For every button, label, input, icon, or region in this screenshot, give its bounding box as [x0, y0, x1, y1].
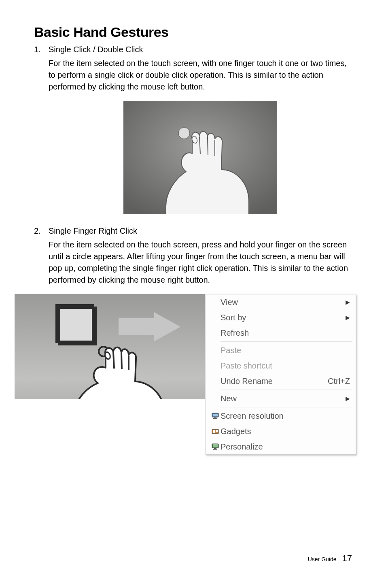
svg-rect-20	[213, 449, 217, 450]
svg-point-2	[178, 128, 190, 139]
svg-rect-4	[59, 308, 95, 344]
page-footer: User Guide 17	[308, 553, 352, 564]
item-title: Single Finger Right Click	[49, 226, 352, 236]
menu-separator	[221, 390, 352, 390]
svg-rect-19	[214, 448, 216, 449]
context-menu-item[interactable]: New▶	[206, 391, 356, 406]
context-menu-item: Paste	[206, 343, 356, 358]
illustration-right-click-row: View▶Sort by▶RefreshPastePaste shortcutU…	[15, 294, 386, 455]
context-menu-item[interactable]: Undo RenameCtrl+Z	[206, 373, 356, 389]
hand-hold-icon	[15, 294, 205, 399]
menu-item-label: Undo Rename	[221, 376, 328, 386]
context-menu-item[interactable]: Sort by▶	[206, 310, 356, 325]
page-number: 17	[342, 553, 352, 564]
menu-item-label: Paste	[221, 345, 350, 356]
context-menu-item[interactable]: View▶	[206, 294, 356, 310]
page-title: Basic Hand Gestures	[34, 24, 352, 40]
footer-label: User Guide	[308, 556, 337, 562]
menu-item-label: Paste shortcut	[221, 360, 350, 371]
menu-item-label: Personalize	[221, 441, 350, 452]
menu-item-label: Gadgets	[221, 426, 350, 437]
illustration-single-tap	[49, 101, 352, 214]
menu-item-label: Refresh	[221, 328, 350, 338]
svg-rect-6	[119, 318, 154, 335]
page: Basic Hand Gestures Single Click / Doubl…	[0, 0, 386, 588]
list-item: Single Finger Right Click For the item s…	[34, 226, 352, 455]
gadgets-icon	[210, 428, 221, 435]
chevron-right-icon: ▶	[345, 393, 350, 404]
list-item: Single Click / Double Click For the item…	[34, 45, 352, 214]
illustration-long-press	[15, 294, 205, 399]
item-title: Single Click / Double Click	[49, 45, 352, 54]
menu-item-label: Screen resolution	[221, 411, 350, 421]
context-menu-item[interactable]: Personalize	[206, 439, 356, 454]
menu-item-label: New	[221, 393, 345, 404]
chevron-right-icon: ▶	[345, 312, 350, 323]
svg-rect-13	[213, 418, 217, 419]
menu-separator	[221, 341, 352, 342]
gesture-list: Single Click / Double Click For the item…	[34, 45, 352, 455]
menu-item-label: Sort by	[221, 312, 345, 323]
context-menu-item[interactable]: Refresh	[206, 325, 356, 341]
context-menu-item: Paste shortcut	[206, 358, 356, 373]
menu-item-shortcut: Ctrl+Z	[328, 376, 350, 386]
menu-separator	[221, 407, 352, 407]
svg-rect-15	[213, 430, 215, 432]
desktop-context-menu: View▶Sort by▶RefreshPastePaste shortcutU…	[206, 294, 356, 455]
svg-marker-7	[154, 312, 180, 341]
personalize-icon	[210, 443, 221, 450]
monitor-icon	[210, 412, 221, 420]
svg-rect-17	[213, 432, 215, 433]
item-body: For the item selected on the touch scree…	[49, 58, 352, 93]
menu-item-label: View	[221, 297, 345, 307]
item-body: For the item selected on the touch scree…	[49, 239, 352, 286]
context-menu-item[interactable]: Screen resolution	[206, 408, 356, 424]
context-menu-item[interactable]: Gadgets	[206, 424, 356, 439]
chevron-right-icon: ▶	[345, 297, 350, 307]
svg-rect-12	[214, 418, 216, 418]
hand-tap-icon	[123, 101, 277, 214]
svg-rect-11	[213, 414, 218, 416]
svg-rect-16	[216, 430, 218, 432]
